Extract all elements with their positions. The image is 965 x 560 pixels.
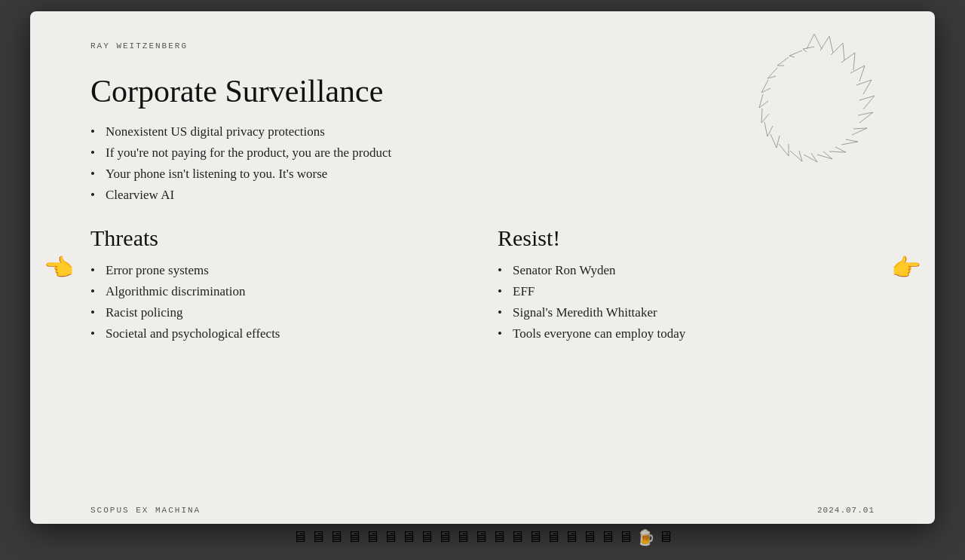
svg-line-19 bbox=[846, 139, 858, 142]
threat-item: Racist policing bbox=[90, 305, 467, 320]
taskbar-icon[interactable]: 🖥 bbox=[311, 528, 326, 546]
svg-line-2 bbox=[829, 36, 833, 53]
presenter-name: RAY WEITZENBERG bbox=[90, 41, 188, 50]
slide-container: 👈 👉 RAY WEITZENBERG bbox=[30, 11, 935, 524]
taskbar-icon[interactable]: 🖥 bbox=[329, 528, 344, 546]
resist-item: Tools everyone can employ today bbox=[498, 326, 875, 341]
taskbar-icon[interactable]: 🖥 bbox=[383, 528, 398, 546]
threats-bullet-list: Error prone systems Algorithmic discrimi… bbox=[90, 263, 467, 341]
footer-right-text: 2024.07.01 bbox=[817, 506, 875, 515]
taskbar-icon[interactable]: 🖥 bbox=[437, 528, 452, 546]
svg-line-35 bbox=[761, 114, 769, 123]
taskbar-icon[interactable]: 🖥 bbox=[347, 528, 362, 546]
svg-line-47 bbox=[803, 49, 807, 52]
taskbar-icon[interactable]: 🖥 bbox=[473, 528, 489, 546]
taskbar-icon[interactable]: 🖥 bbox=[564, 528, 579, 546]
slide-content: RAY WEITZENBERG bbox=[30, 11, 935, 500]
threat-item: Societal and psychological effects bbox=[90, 326, 467, 341]
svg-line-44 bbox=[789, 50, 802, 56]
taskbar-icon[interactable]: 🖥 bbox=[618, 528, 633, 546]
resist-item: Signal's Meredith Whittaker bbox=[498, 305, 875, 320]
threat-item: Error prone systems bbox=[90, 263, 467, 278]
taskbar-icon[interactable]: 🖥 bbox=[546, 528, 561, 546]
svg-line-7 bbox=[841, 53, 855, 63]
resist-title: Resist! bbox=[498, 225, 875, 251]
taskbar-icon[interactable]: 🖥 bbox=[365, 528, 380, 546]
prev-slide-button[interactable]: 👈 bbox=[44, 253, 74, 282]
taskbar-beer-icon[interactable]: 🍺 bbox=[636, 528, 655, 546]
threat-item: Algorithmic discrimination bbox=[90, 284, 467, 299]
resist-item: Senator Ron Wyden bbox=[498, 263, 875, 278]
threats-column: Threats Error prone systems Algorithmic … bbox=[90, 225, 467, 364]
two-column-section: Threats Error prone systems Algorithmic … bbox=[90, 225, 875, 364]
taskbar-icon[interactable]: 🖥 bbox=[582, 528, 597, 546]
resist-item: EFF bbox=[498, 284, 875, 299]
bullet-item: Clearview AI bbox=[90, 188, 875, 203]
taskbar-icon[interactable]: 🖥 bbox=[600, 528, 615, 546]
taskbar-icon[interactable]: 🖥 bbox=[419, 528, 434, 546]
svg-line-6 bbox=[853, 53, 855, 70]
bullet-item: Your phone isn't listening to you. It's … bbox=[90, 167, 875, 182]
resist-column: Resist! Senator Ron Wyden EFF Signal's M… bbox=[498, 225, 875, 364]
footer-left-text: SCOPUS EX MACHINA bbox=[90, 506, 201, 515]
svg-line-12 bbox=[863, 96, 875, 109]
svg-line-45 bbox=[789, 56, 795, 57]
bullet-item: If you're not paying for the product, yo… bbox=[90, 145, 875, 161]
taskbar-icon[interactable]: 🖥 bbox=[401, 528, 416, 546]
taskbar-icon[interactable]: 🖥 bbox=[510, 528, 525, 546]
taskbar-icon[interactable]: 🖥 bbox=[293, 528, 308, 546]
taskbar: 🖥 🖥 🖥 🖥 🖥 🖥 🖥 🖥 🖥 🖥 🖥 🖥 🖥 🖥 🖥 🖥 🖥 🖥 🖥 🍺 … bbox=[0, 524, 965, 549]
svg-line-3 bbox=[820, 36, 829, 50]
svg-line-4 bbox=[843, 43, 844, 60]
taskbar-icon[interactable]: 🖥 bbox=[528, 528, 543, 546]
svg-line-0 bbox=[814, 34, 822, 49]
svg-line-34 bbox=[761, 109, 762, 123]
slide-footer: SCOPUS EX MACHINA 2024.07.01 bbox=[30, 500, 935, 524]
svg-line-5 bbox=[831, 43, 843, 55]
bullet-item: Nonexistent US digital privacy protectio… bbox=[90, 124, 875, 139]
next-slide-button[interactable]: 👉 bbox=[891, 253, 921, 282]
svg-line-46 bbox=[803, 47, 814, 49]
svg-line-42 bbox=[777, 57, 789, 66]
taskbar-icon[interactable]: 🖥 bbox=[658, 528, 673, 546]
taskbar-icon[interactable]: 🖥 bbox=[455, 528, 470, 546]
taskbar-icon[interactable]: 🖥 bbox=[492, 528, 507, 546]
resist-bullet-list: Senator Ron Wyden EFF Signal's Meredith … bbox=[498, 263, 875, 341]
svg-line-18 bbox=[841, 142, 858, 145]
threats-title: Threats bbox=[90, 225, 467, 251]
